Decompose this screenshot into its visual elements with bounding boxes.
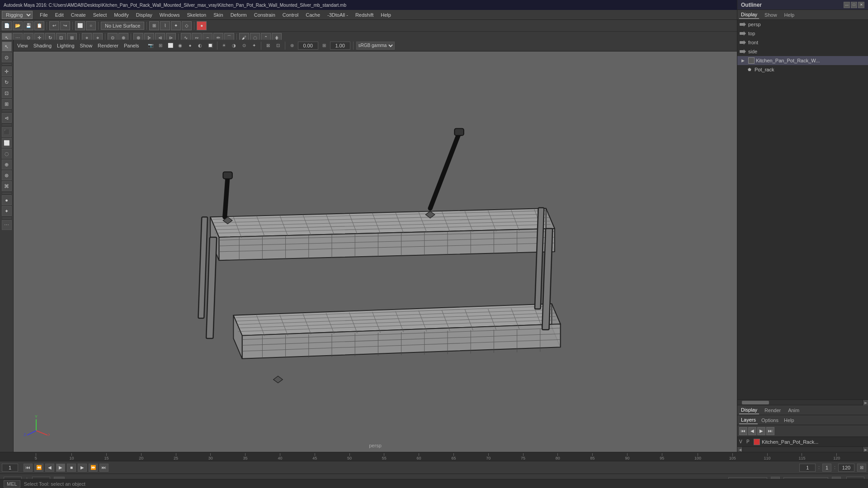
vp-wire-icon[interactable]: ⬜ — [166, 42, 175, 50]
vp-color-space-select[interactable]: sRGB gamma — [356, 42, 395, 50]
prev-key-btn[interactable]: ⏪ — [34, 464, 43, 472]
options-tab[interactable]: Options — [760, 417, 780, 424]
play-btn[interactable]: ▶ — [56, 464, 65, 472]
select-tool-left[interactable]: ↖ — [2, 42, 12, 52]
vp-smooth-icon[interactable]: ◉ — [176, 42, 184, 50]
undo-btn[interactable]: ↩ — [49, 21, 59, 30]
select-btn[interactable]: ⬜ — [75, 21, 85, 30]
menu-redshift[interactable]: Redshift — [352, 11, 377, 19]
vp-num-input-1[interactable] — [298, 42, 318, 50]
open-scene-btn[interactable]: 📂 — [13, 21, 23, 30]
goto-end-btn[interactable]: ⏭ — [99, 464, 108, 472]
outliner-item-top[interactable]: top — [737, 29, 868, 38]
vp-shadow-icon[interactable]: ◑ — [230, 42, 238, 50]
layer-v-label[interactable]: V — [739, 439, 746, 444]
layer-color-swatch[interactable] — [754, 439, 760, 445]
stop-btn[interactable]: ■ — [67, 464, 76, 472]
menu-cache[interactable]: Cache — [302, 11, 324, 19]
outliner-item-front[interactable]: front — [737, 38, 868, 47]
vp-num-input-2[interactable] — [330, 42, 350, 50]
menu-display[interactable]: Display — [132, 11, 156, 19]
outliner-tab-display[interactable]: Display — [739, 11, 759, 19]
bottom-tab-render[interactable]: Render — [763, 407, 783, 414]
paint-select-left[interactable]: ⊙ — [2, 52, 12, 62]
save-as-btn[interactable]: 📋 — [34, 21, 44, 30]
menu-select[interactable]: Select — [90, 11, 111, 19]
misc-left[interactable]: ⋯ — [2, 220, 12, 230]
rigging-left[interactable]: ⊛ — [2, 170, 12, 180]
menu-constrain[interactable]: Constrain — [250, 11, 279, 19]
current-frame-input[interactable] — [2, 464, 18, 472]
outliner-item-pot-rack[interactable]: ⬟ Pot_rack — [737, 65, 868, 74]
outliner-tab-help[interactable]: Help — [783, 11, 797, 19]
layer-hscroll[interactable]: ◀ ▶ — [737, 446, 868, 452]
outliner-maximize[interactable]: □ — [851, 2, 857, 8]
next-key-btn[interactable]: ⏩ — [89, 464, 98, 472]
scale-left[interactable]: ⊡ — [2, 88, 12, 98]
menu-3dtoall[interactable]: -3DtoAll - — [324, 11, 352, 19]
vp-aa-icon[interactable]: ✦ — [250, 42, 258, 50]
bottom-tab-display[interactable]: Display — [739, 406, 759, 414]
layer-prev[interactable]: ◀ — [748, 427, 756, 435]
viewport-canvas[interactable]: persp X Y Z — [14, 52, 737, 452]
menu-help[interactable]: Help — [377, 11, 395, 19]
menu-deform[interactable]: Deform — [227, 11, 250, 19]
layer-next[interactable]: ▶ — [757, 427, 765, 435]
layer-help-tab[interactable]: Help — [782, 417, 796, 424]
lasso-btn[interactable]: ○ — [86, 21, 96, 30]
outliner-item-persp[interactable]: persp — [737, 20, 868, 29]
mel-badge[interactable]: MEL — [4, 480, 20, 488]
anim-left[interactable]: ⌘ — [2, 181, 12, 191]
vp-panels-menu[interactable]: Panels — [122, 43, 141, 48]
snap-curve-btn[interactable]: ⌇ — [160, 21, 170, 30]
vp-xray-icon[interactable]: ⊡ — [274, 42, 282, 50]
vp-renderer-menu[interactable]: Renderer — [96, 43, 120, 48]
move-left[interactable]: ✛ — [2, 66, 12, 76]
range-end-input[interactable] — [838, 464, 854, 472]
vp-show-menu[interactable]: Show — [78, 43, 94, 48]
layers-tab[interactable]: Layers — [739, 416, 758, 424]
nurbs-left[interactable]: ◌ — [2, 149, 12, 159]
snap-point-btn[interactable]: ✦ — [171, 21, 181, 30]
next-frame-btn[interactable]: ▶ — [78, 464, 87, 472]
outliner-item-side[interactable]: side — [737, 47, 868, 56]
vp-shaded-icon[interactable]: ◐ — [196, 42, 204, 50]
vp-shading-menu[interactable]: Shading — [32, 43, 53, 48]
menu-skeleton[interactable]: Skeleton — [183, 11, 210, 19]
menu-control[interactable]: Control — [279, 11, 302, 19]
vp-camera-icon[interactable]: 📷 — [146, 42, 155, 50]
deform-left[interactable]: ⊕ — [2, 160, 12, 169]
range-start-input[interactable] — [799, 464, 816, 472]
outliner-hscroll[interactable]: ▶ — [737, 399, 868, 405]
menu-create[interactable]: Create — [67, 11, 90, 19]
menu-modify[interactable]: Modify — [110, 11, 132, 19]
vp-lighting-on[interactable]: ☀ — [220, 42, 228, 50]
menu-file[interactable]: File — [36, 11, 52, 19]
menu-skin[interactable]: Skin — [210, 11, 226, 19]
menu-windows[interactable]: Windows — [156, 11, 184, 19]
hscroll-right-btn[interactable]: ▶ — [863, 400, 868, 405]
layer-p-label[interactable]: P — [746, 439, 754, 444]
vp-ao-icon[interactable]: ⊙ — [240, 42, 248, 50]
rigging-mode-select[interactable]: Rigging — [2, 11, 33, 19]
save-scene-btn[interactable]: 💾 — [24, 21, 33, 30]
poly-left[interactable]: ⬜ — [2, 138, 12, 148]
vp-hud-icon[interactable]: ⊛ — [288, 42, 296, 50]
layer-row[interactable]: V P Kitchen_Pan_Pot_Rack... — [737, 436, 868, 446]
vp-lighting-menu[interactable]: Lighting — [55, 43, 76, 48]
vp-flat-icon[interactable]: ● — [186, 42, 194, 50]
layer-skip-back[interactable]: ⏮ — [739, 427, 747, 435]
quad-poly-left[interactable]: ⬛ — [2, 127, 12, 137]
new-scene-btn[interactable]: 📄 — [2, 21, 12, 30]
outliner-close[interactable]: ✕ — [858, 2, 864, 8]
snap-grid-btn[interactable]: ⊞ — [149, 21, 159, 30]
redo-btn[interactable]: ↪ — [60, 21, 70, 30]
outliner-item-kitchen-pan[interactable]: ▶ Kitchen_Pan_Pot_Rack_W... — [737, 56, 868, 65]
bottom-tab-anim[interactable]: Anim — [786, 407, 801, 414]
vp-textured-icon[interactable]: 🔲 — [206, 42, 214, 50]
layer-skip-fwd[interactable]: ⏭ — [766, 427, 774, 435]
outliner-hscroll-thumb[interactable] — [742, 401, 769, 404]
timeline-ruler[interactable]: 5101520253035404550556065707580859095100… — [0, 452, 868, 461]
outliner-minimize[interactable]: — — [844, 2, 850, 8]
prev-frame-btn[interactable]: ◀ — [45, 464, 54, 472]
